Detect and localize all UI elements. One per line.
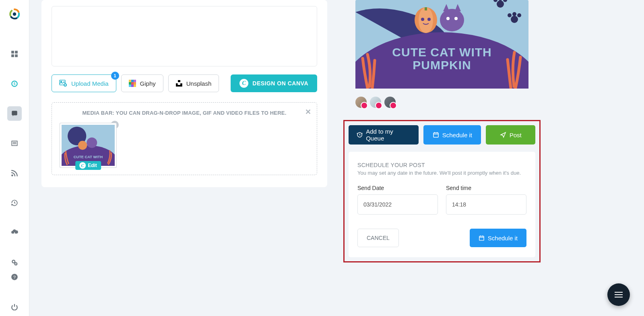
svg-rect-8: [12, 141, 17, 145]
upload-media-button[interactable]: Upload Media 1: [52, 74, 116, 92]
svg-text:CUTE CAT WITH: CUTE CAT WITH: [74, 155, 103, 159]
compose-nav[interactable]: [7, 106, 22, 121]
svg-point-42: [508, 13, 512, 17]
schedule-subtext: You may set any date in the future. We'l…: [357, 170, 526, 176]
svg-point-17: [61, 81, 62, 83]
svg-text:CUTE CAT WITH: CUTE CAT WITH: [392, 45, 491, 59]
svg-rect-7: [12, 111, 17, 115]
svg-text:$: $: [13, 82, 15, 86]
svg-point-29: [421, 18, 424, 21]
rss-nav[interactable]: [7, 166, 22, 180]
svg-point-43: [512, 12, 516, 16]
svg-text:PUMPKIN: PUMPKIN: [413, 58, 471, 72]
settings-nav[interactable]: [7, 255, 22, 270]
newspaper-icon: [11, 140, 18, 147]
grid-icon: [11, 50, 18, 58]
help-nav[interactable]: ?: [7, 270, 22, 284]
sidebar: $ ?: [0, 0, 29, 316]
svg-point-13: [15, 263, 17, 265]
app-logo: [8, 7, 21, 23]
history-nav[interactable]: [7, 196, 22, 210]
svg-point-36: [454, 17, 458, 20]
avatar[interactable]: [370, 97, 381, 108]
media-bar[interactable]: ✕ MEDIA BAR: YOU CAN DRAG-N-DROP IMAGE, …: [52, 102, 317, 175]
svg-point-35: [446, 17, 450, 20]
preview-image: CUTE CAT WITH PUMPKIN: [355, 0, 528, 89]
canva-icon: C: [79, 162, 86, 169]
send-date-label: Send Date: [357, 185, 438, 191]
post-preview: CUTE CAT WITH PUMPKIN: [355, 0, 528, 108]
billing-nav[interactable]: $: [7, 76, 22, 91]
news-nav[interactable]: [7, 136, 22, 151]
power-icon: [11, 303, 18, 310]
svg-rect-4: [15, 54, 18, 57]
floating-menu-button[interactable]: [607, 283, 630, 306]
composer-textarea[interactable]: [52, 6, 317, 66]
svg-rect-1: [11, 51, 14, 54]
send-time-input[interactable]: [446, 194, 526, 215]
cloud-download-icon: [11, 229, 18, 236]
svg-point-23: [87, 138, 97, 148]
svg-rect-52: [479, 236, 484, 240]
design-on-canva-button[interactable]: C DESIGN ON CANVA: [231, 74, 317, 92]
send-date-input[interactable]: [357, 194, 438, 215]
calendar-icon: [479, 235, 485, 241]
add-to-queue-button[interactable]: Add to my Queue: [349, 125, 419, 145]
schedule-it-tab[interactable]: Schedule it: [423, 125, 481, 145]
thumbnail-image: CUTE CAT WITH: [62, 125, 115, 166]
svg-rect-31: [425, 7, 427, 10]
svg-point-11: [11, 174, 13, 176]
schedule-heading: SCHEDULE YOUR POST: [357, 162, 526, 168]
svg-rect-2: [15, 51, 18, 54]
gears-icon: [11, 259, 18, 266]
media-bar-close-icon[interactable]: ✕: [305, 107, 311, 116]
account-avatars: [355, 97, 528, 108]
calendar-icon: [433, 132, 439, 138]
svg-point-0: [13, 12, 17, 16]
help-icon: ?: [11, 273, 18, 281]
svg-point-37: [497, 0, 504, 8]
thumbnail-edit-button[interactable]: C Edit: [75, 161, 101, 170]
svg-point-28: [419, 7, 433, 33]
cancel-button[interactable]: CANCEL: [357, 229, 399, 247]
rss-icon: [11, 169, 18, 177]
image-upload-icon: [59, 80, 67, 87]
compose-icon: [11, 110, 18, 117]
svg-text:?: ?: [13, 275, 16, 280]
power-nav[interactable]: [7, 299, 22, 314]
schedule-submit-button[interactable]: Schedule it: [470, 229, 526, 247]
avatar[interactable]: [384, 97, 396, 108]
composer-card: Upload Media 1 Giphy Unsplash C: [41, 0, 327, 187]
scheduling-panel-highlight: Add to my Queue Schedule it Post SCHEDUL…: [343, 120, 541, 262]
send-icon: [500, 132, 506, 138]
svg-point-22: [78, 141, 87, 150]
schedule-form: SCHEDULE YOUR POST You may set any date …: [349, 152, 535, 257]
media-thumbnail[interactable]: ✕ CUTE CAT WITH: [60, 123, 116, 167]
svg-point-44: [517, 13, 521, 17]
svg-point-12: [12, 260, 15, 263]
svg-point-32: [440, 9, 464, 31]
upload-count-badge: 1: [111, 72, 119, 80]
post-now-button[interactable]: Post: [486, 125, 535, 145]
giphy-icon: [129, 80, 136, 87]
download-nav[interactable]: [7, 225, 22, 240]
queue-icon: [357, 132, 363, 138]
svg-point-30: [427, 18, 431, 21]
hamburger-icon: [615, 292, 623, 297]
unsplash-icon: [176, 80, 182, 87]
media-bar-title: MEDIA BAR: YOU CAN DRAG-N-DROP IMAGE, GI…: [60, 110, 309, 116]
history-icon: [11, 199, 18, 207]
svg-rect-3: [11, 54, 14, 57]
canva-icon: C: [239, 79, 248, 88]
giphy-button[interactable]: Giphy: [121, 74, 163, 92]
unsplash-button[interactable]: Unsplash: [168, 74, 219, 92]
avatar[interactable]: [355, 97, 367, 108]
dollar-gear-icon: $: [11, 80, 18, 87]
svg-point-41: [511, 16, 518, 23]
dashboard-nav[interactable]: [7, 47, 22, 61]
svg-rect-48: [433, 133, 438, 137]
send-time-label: Send time: [446, 185, 526, 191]
